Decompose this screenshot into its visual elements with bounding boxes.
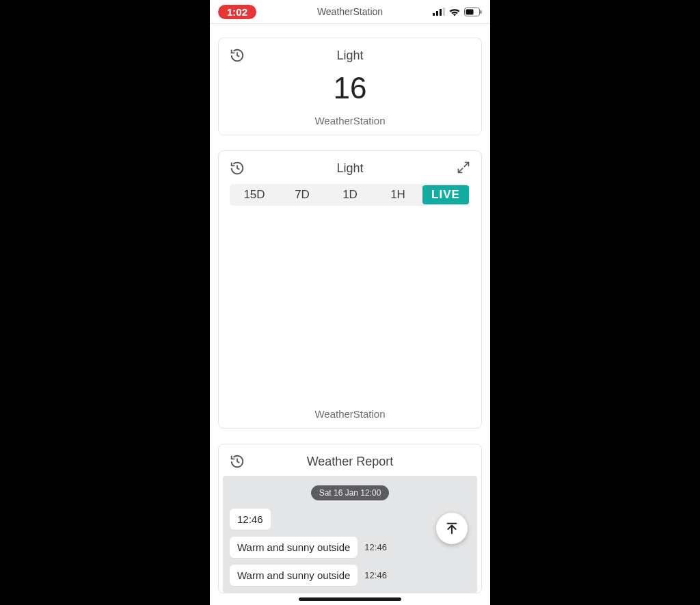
card-light-graph[interactable]: Light 15D 7D 1D 1H LIVE WeatherStation — [218, 150, 482, 429]
svg-rect-2 — [440, 9, 442, 16]
svg-line-7 — [464, 163, 469, 167]
card-station-label: WeatherStation — [230, 115, 470, 126]
svg-rect-1 — [436, 11, 438, 16]
message-bubble: Warm and sunny outside — [230, 565, 358, 586]
svg-rect-3 — [443, 8, 445, 16]
message-row[interactable]: 12:46 — [230, 509, 470, 530]
history-icon[interactable] — [230, 48, 245, 66]
phone-frame: 1:02 WeatherStation — [210, 0, 490, 605]
message-row[interactable]: Warm and sunny outside 12:46 — [230, 565, 470, 586]
card-title: Light — [336, 49, 363, 63]
svg-rect-5 — [466, 9, 474, 14]
card-station-label: WeatherStation — [230, 408, 470, 420]
svg-rect-6 — [481, 10, 482, 14]
card-weather-report[interactable]: Weather Report Sat 16 Jan 12:00 12:46 Wa… — [218, 444, 482, 593]
home-indicator[interactable] — [299, 597, 401, 601]
card-light-value[interactable]: Light 16 WeatherStation — [218, 38, 482, 135]
message-bubble: Warm and sunny outside — [230, 537, 358, 558]
graph-area[interactable] — [230, 206, 470, 404]
report-messages[interactable]: Sat 16 Jan 12:00 12:46 Warm and sunny ou… — [223, 476, 477, 593]
message-row[interactable]: Warm and sunny outside 12:46 — [230, 537, 470, 558]
expand-icon[interactable] — [457, 161, 470, 177]
status-bar: 1:02 WeatherStation — [210, 0, 490, 24]
app-title: WeatherStation — [317, 6, 383, 17]
date-header-pill: Sat 16 Jan 12:00 — [311, 485, 390, 500]
range-7d[interactable]: 7D — [279, 185, 325, 204]
history-icon[interactable] — [230, 454, 245, 472]
cellular-icon — [433, 8, 445, 16]
message-time: 12:46 — [364, 570, 387, 580]
card-title: Weather Report — [307, 455, 394, 469]
range-1h[interactable]: 1H — [375, 185, 421, 204]
time-range-segmented: 15D 7D 1D 1H LIVE — [230, 184, 470, 206]
history-icon[interactable] — [230, 161, 245, 178]
card-title: Light — [336, 161, 363, 176]
range-1d[interactable]: 1D — [327, 185, 373, 204]
scroll-to-top-button[interactable] — [436, 513, 468, 544]
message-bubble: 12:46 — [230, 509, 271, 530]
status-indicators — [433, 8, 482, 16]
recording-time-pill[interactable]: 1:02 — [218, 5, 256, 19]
battery-icon — [464, 8, 482, 16]
wifi-icon — [448, 8, 461, 16]
range-15d[interactable]: 15D — [231, 185, 278, 204]
svg-line-8 — [459, 168, 463, 173]
message-time: 12:46 — [364, 542, 387, 552]
light-value: 16 — [230, 71, 470, 105]
range-live[interactable]: LIVE — [422, 185, 469, 204]
svg-rect-0 — [433, 13, 435, 16]
arrow-up-to-line-icon — [444, 521, 459, 536]
screen-content[interactable]: Light 16 WeatherStation Light — [210, 24, 490, 593]
